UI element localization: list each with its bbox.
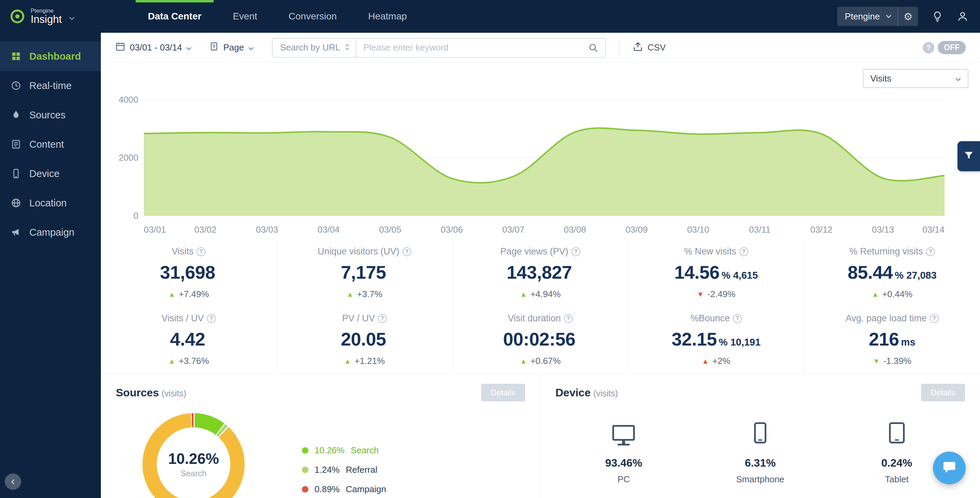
scope-value: Page: [223, 42, 244, 53]
csv-label: CSV: [648, 42, 665, 53]
help-off-toggle[interactable]: ? OFF: [923, 41, 966, 54]
sidebar-item-sources[interactable]: Sources: [0, 100, 101, 129]
legend-dot: [302, 467, 309, 473]
chat-launcher-button[interactable]: [933, 452, 966, 484]
sidebar-item-real-time[interactable]: Real-time: [0, 71, 101, 100]
brand-name-large: Insight: [31, 14, 62, 25]
sources-card: Sources(visits) Details 10.26% Search: [101, 374, 541, 498]
chevron-down-icon: [186, 42, 191, 53]
trend-arrow-icon: ▼: [697, 290, 704, 298]
os-section-heading: OS(visits): [555, 496, 965, 498]
metrics-row-1: Visits? 31,698 ▲+7.49% Unique visitors (…: [101, 239, 980, 306]
metric-label: Unique visitors (UV): [318, 246, 399, 257]
sidebar-item-campaign[interactable]: Campaign: [0, 218, 101, 247]
search-icon[interactable]: [581, 43, 605, 53]
primary-tabs: Data Center Event Conversion Heatmap: [132, 0, 423, 33]
metric-avg-page-load: Avg. page load time? 216ms ▼-1.39%: [804, 306, 980, 373]
pc-icon: [612, 417, 635, 449]
spinner-arrows-icon: [345, 42, 350, 53]
metric-unique-visitors: Unique visitors (UV)? 7,175 ▲+3.7%: [277, 239, 452, 306]
document-icon: [10, 139, 22, 150]
info-icon[interactable]: ?: [378, 314, 387, 323]
tab-heatmap[interactable]: Heatmap: [352, 0, 423, 33]
trend-arrow-icon: ▲: [872, 290, 879, 298]
account-icon[interactable]: [957, 11, 969, 22]
svg-text:03/13: 03/13: [872, 224, 894, 235]
csv-export-button[interactable]: CSV: [632, 41, 665, 54]
sidebar-item-dashboard[interactable]: Dashboard: [0, 42, 101, 71]
info-icon[interactable]: ?: [197, 247, 205, 256]
metric-page-views: Page views (PV)? 143,827 ▲+4.94%: [452, 239, 628, 306]
app-root: Ptengine Insight Data Center Event Conve…: [0, 0, 980, 498]
svg-text:03/11: 03/11: [749, 224, 770, 235]
calendar-icon: [115, 41, 126, 54]
metric-delta: +3.76%: [178, 356, 209, 366]
legend-dot: [302, 447, 309, 454]
svg-text:03/02: 03/02: [194, 224, 216, 235]
sidebar-item-location[interactable]: Location: [0, 188, 101, 218]
metric-value: 31,698: [160, 262, 215, 283]
trend-arrow-icon: ▼: [873, 358, 880, 365]
info-icon[interactable]: ?: [733, 314, 742, 323]
date-range-picker[interactable]: 03/01 - 03/14: [115, 41, 191, 54]
chart-metric-select[interactable]: Visits: [863, 69, 969, 88]
lightbulb-icon[interactable]: [932, 11, 943, 22]
filter-panel-button[interactable]: [958, 141, 980, 171]
chevron-down-icon[interactable]: [69, 16, 75, 22]
collapse-sidebar-button[interactable]: ‹: [5, 473, 21, 490]
brand[interactable]: Ptengine Insight: [0, 0, 132, 33]
project-selector[interactable]: Ptengine ⚙: [837, 7, 918, 26]
metric-new-visits: % New visits? 14.56% 4,615 ▼-2.49%: [628, 239, 804, 306]
metric-label: Visits / UV: [162, 313, 204, 324]
info-icon[interactable]: ?: [740, 247, 748, 256]
info-icon[interactable]: ?: [402, 247, 411, 256]
svg-text:03/04: 03/04: [318, 224, 340, 235]
info-icon[interactable]: ?: [571, 247, 580, 256]
sidebar-item-content[interactable]: Content: [0, 129, 101, 159]
sources-donut-chart[interactable]: 10.26% Search: [142, 413, 245, 498]
tab-event[interactable]: Event: [217, 0, 273, 33]
keyword-input[interactable]: [356, 38, 581, 57]
metric-visit-duration: Visit duration? 00:02:56 ▲+0.67%: [452, 306, 628, 373]
info-icon[interactable]: ?: [207, 314, 216, 323]
device-card: Device(visits) Details 93.46% PC 6.31% S…: [541, 374, 980, 498]
scope-selector[interactable]: Page: [209, 42, 253, 54]
svg-text:03/05: 03/05: [379, 224, 401, 235]
metrics-row-2: Visits / UV? 4.42 ▲+3.76% PV / UV? 20.05…: [101, 306, 980, 373]
sidebar-item-device[interactable]: Device: [0, 159, 101, 188]
tab-data-center[interactable]: Data Center: [132, 0, 217, 33]
metric-value: 216: [869, 329, 899, 350]
info-icon[interactable]: ?: [930, 314, 939, 323]
dashboard-grid-icon: [10, 51, 22, 62]
metric-delta: +2%: [713, 356, 730, 366]
info-icon[interactable]: ?: [926, 247, 935, 256]
sources-legend: 10.26% Search 1.24% Referral 0.89% Campa…: [302, 445, 396, 498]
metric-delta: +0.44%: [882, 289, 913, 300]
sidebar-item-label: Campaign: [29, 227, 74, 238]
svg-text:2000: 2000: [119, 152, 138, 163]
tablet-icon: [889, 417, 905, 449]
gear-icon[interactable]: ⚙: [898, 7, 918, 26]
legend-item-referral[interactable]: 1.24% Referral: [302, 464, 396, 475]
trend-arrow-icon: ▲: [347, 290, 354, 298]
trend-arrow-icon: ▲: [168, 290, 175, 298]
device-stat-smartphone: 6.31% Smartphone: [692, 417, 829, 485]
export-icon: [632, 41, 643, 54]
metric-value: 14.56: [675, 262, 720, 283]
main-content: 03/01 - 03/14 Page Search by URL: [101, 33, 980, 498]
visits-chart-svg[interactable]: 40002000003/0103/0203/0303/0403/0503/060…: [103, 88, 955, 238]
question-icon: ?: [923, 42, 934, 54]
tab-conversion[interactable]: Conversion: [273, 0, 353, 33]
metric-value: 32.15: [671, 329, 717, 350]
funnel-icon: [963, 150, 974, 162]
mobile-device-icon: [10, 168, 22, 179]
legend-item-campaign[interactable]: 0.89% Campaign: [302, 484, 396, 495]
device-card-title: Device: [555, 386, 590, 399]
legend-item-search[interactable]: 10.26% Search: [302, 445, 396, 456]
svg-text:4000: 4000: [119, 94, 138, 105]
sources-details-button[interactable]: Details: [481, 384, 525, 401]
info-icon[interactable]: ?: [564, 314, 573, 323]
device-details-button[interactable]: Details: [921, 384, 965, 401]
search-mode-selector[interactable]: Search by URL: [273, 38, 356, 57]
search-mode-value: Search by URL: [280, 42, 340, 53]
